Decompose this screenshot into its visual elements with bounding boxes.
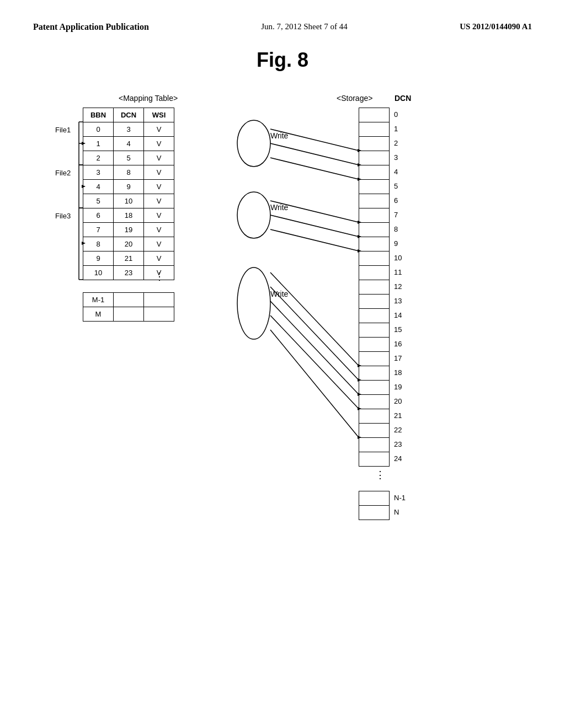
- svg-point-13: [237, 120, 270, 167]
- storage-row: [359, 194, 390, 208]
- diagram-area: <Mapping Table> <Storage> BBN DCN WSI 03…: [0, 83, 565, 700]
- storage-row: [359, 438, 390, 452]
- patent-number-label: US 2012/0144090 A1: [460, 22, 532, 31]
- svg-line-31: [270, 315, 359, 409]
- storage-row: [359, 395, 390, 409]
- table-row: 820V: [83, 237, 174, 251]
- svg-line-28: [270, 272, 359, 366]
- svg-line-16: [270, 158, 359, 179]
- storage-row: [359, 280, 390, 295]
- table-row: 921V: [83, 251, 174, 266]
- storage-row-n: [359, 506, 390, 520]
- storage-row: [359, 165, 390, 180]
- storage-row: [359, 251, 390, 266]
- mapping-dots: ⋮: [154, 270, 166, 282]
- storage-row: [359, 180, 390, 194]
- date-sheet-label: Jun. 7, 2012 Sheet 7 of 44: [261, 22, 348, 31]
- storage-row: [359, 295, 390, 309]
- file3-label: File3: [55, 212, 71, 220]
- storage-bottom-labels: N-1N: [394, 491, 406, 520]
- svg-line-22: [270, 215, 359, 237]
- table-row: 03V: [83, 122, 174, 137]
- svg-point-20: [237, 192, 270, 238]
- write-label-3: Write: [270, 290, 288, 298]
- storage-row: [359, 108, 390, 122]
- storage-row: [359, 352, 390, 366]
- col-bbn: BBN: [83, 108, 114, 122]
- publication-label: Patent Application Publication: [33, 22, 149, 32]
- storage-row: [359, 452, 390, 467]
- table-row: 14V: [83, 137, 174, 151]
- storage-row: [359, 409, 390, 424]
- svg-line-23: [270, 229, 359, 251]
- figure-title: Fig. 8: [0, 49, 565, 72]
- table-row: 719V: [83, 223, 174, 237]
- file1-label: File1: [55, 126, 71, 134]
- storage-dots: ⋮: [375, 469, 386, 481]
- storage-row: [359, 424, 390, 438]
- table-row-m1: M-1: [83, 293, 174, 307]
- storage-row: [359, 309, 390, 323]
- storage-row: [359, 122, 390, 137]
- storage-row: [359, 223, 390, 237]
- page-header: Patent Application Publication Jun. 7, 2…: [0, 0, 565, 32]
- table-row-m: M: [83, 307, 174, 322]
- write-label-2: Write: [270, 203, 288, 212]
- col-wsi: WSI: [144, 108, 174, 122]
- storage-row: [359, 323, 390, 338]
- file2-label: File2: [55, 169, 71, 177]
- svg-line-29: [270, 287, 359, 380]
- table-row: 38V: [83, 165, 174, 180]
- mapping-table-label: <Mapping Table>: [119, 94, 178, 103]
- mapping-table-bottom: M-1 M: [83, 292, 174, 322]
- storage-row: [359, 266, 390, 280]
- mapping-table: BBN DCN WSI 03V 14V 25V 38V 49V 510V 618…: [83, 108, 174, 280]
- table-row: 25V: [83, 151, 174, 165]
- storage-row-numbers: 012345 67891011 121314151617 18192021222…: [394, 108, 402, 466]
- storage-row: [359, 366, 390, 381]
- write-label-1: Write: [270, 131, 288, 140]
- svg-line-30: [270, 301, 359, 394]
- storage-table: [359, 108, 390, 467]
- storage-row: [359, 151, 390, 165]
- svg-point-27: [237, 267, 270, 339]
- col-dcn: DCN: [114, 108, 144, 122]
- table-row: 618V: [83, 208, 174, 223]
- svg-line-15: [270, 143, 359, 165]
- storage-row: [359, 381, 390, 395]
- storage-row: [359, 338, 390, 352]
- table-row: 49V: [83, 180, 174, 194]
- storage-row: [359, 137, 390, 151]
- table-row: 510V: [83, 194, 174, 208]
- storage-row: [359, 208, 390, 223]
- storage-row: [359, 237, 390, 251]
- storage-table-bottom: [359, 491, 390, 520]
- svg-line-32: [270, 330, 359, 437]
- storage-row-n1: [359, 491, 390, 506]
- storage-label: <Storage>: [337, 94, 372, 103]
- storage-dcn-header: DCN: [395, 94, 411, 103]
